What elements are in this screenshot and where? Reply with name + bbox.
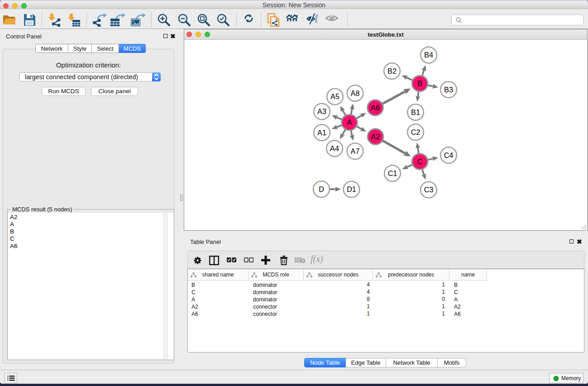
- svg-text:B3: B3: [444, 86, 453, 94]
- svg-text:C1: C1: [388, 169, 397, 177]
- svg-text:A2: A2: [371, 133, 380, 141]
- svg-text:A7: A7: [351, 147, 360, 155]
- svg-text:D1: D1: [347, 185, 356, 193]
- svg-text:B2: B2: [387, 67, 397, 75]
- svg-text:B4: B4: [424, 51, 433, 59]
- svg-text:A6: A6: [371, 104, 380, 112]
- svg-text:A: A: [347, 118, 352, 126]
- svg-text:C3: C3: [424, 186, 434, 194]
- svg-text:A4: A4: [330, 144, 339, 152]
- svg-text:B: B: [417, 79, 422, 87]
- svg-text:A5: A5: [330, 92, 339, 100]
- svg-text:C4: C4: [444, 151, 454, 159]
- svg-text:D: D: [319, 185, 324, 193]
- svg-text:A1: A1: [317, 129, 326, 137]
- svg-text:C2: C2: [411, 128, 421, 136]
- svg-text:A3: A3: [317, 107, 326, 115]
- svg-text:B1: B1: [411, 108, 420, 116]
- svg-text:A8: A8: [351, 89, 360, 97]
- svg-text:C: C: [417, 157, 423, 166]
